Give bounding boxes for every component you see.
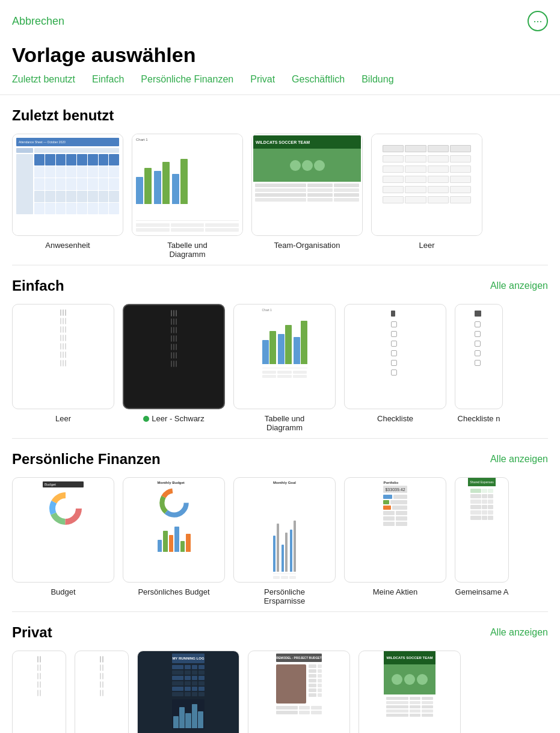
template-privat-empty-2[interactable] [75,651,129,733]
recent-templates-row: Attendance Sheet — October 2020 [12,134,548,259]
template-attendance[interactable]: Attendance Sheet — October 2020 [12,134,123,259]
privat-show-all-button[interactable]: Alle anzeigen [490,627,548,638]
template-leer-schwarz-label-container: Leer - Schwarz [143,414,204,423]
template-wildcats-soccer-privat[interactable]: WILDCATS SOCCER TEAM [358,651,461,733]
template-personal-savings[interactable]: Monthly Goal [233,477,336,605]
template-leer-recent[interactable]: Leer [371,134,482,259]
svg-point-4 [58,501,73,516]
template-leer-schwarz[interactable]: Leer - Schwarz [123,304,225,432]
template-leer-schwarz-label: Leer - Schwarz [152,414,204,423]
template-budget-label: Budget [51,587,75,596]
more-options-button[interactable]: ··· [528,11,548,31]
section-recent-header: Zuletzt benutzt [12,107,548,124]
template-my-stocks[interactable]: Portfolio $33039.42 [344,477,446,605]
top-bar: Abbrechen ··· [0,0,560,37]
tab-simple[interactable]: Einfach [92,74,124,86]
template-remodel-budget[interactable]: REMODEL - PROJECT BUDGET [248,651,350,733]
privat-templates-row: MY RUNNING LOG [12,651,548,733]
template-budget[interactable]: Budget [12,477,114,605]
template-leer-simple-label: Leer [55,414,71,423]
template-shared-expenses-label: Gemeinsame A [455,587,509,596]
cancel-button[interactable]: Abbrechen [12,15,64,28]
template-leer-recent-label: Leer [419,241,434,250]
section-finance-title: Persönliche Finanzen [12,451,161,468]
section-simple: Einfach Alle anzeigen Leer [0,265,560,438]
template-barchart-simple-label: Tabelle und Diagramm [245,414,324,432]
more-icon: ··· [533,15,542,28]
section-privat: Privat Alle anzeigen [0,612,560,733]
finance-templates-row: Budget [12,477,548,605]
navigation-tabs: Zuletzt benutzt Einfach Persönliche Fina… [0,74,560,95]
svg-point-8 [167,496,181,510]
tab-recent[interactable]: Zuletzt benutzt [12,74,75,86]
template-privat-empty-1[interactable] [12,651,66,733]
template-checklist[interactable]: Checkliste [344,304,446,432]
template-my-stocks-label: Meine Aktien [373,587,417,596]
template-monthly-budget-label: Persönliches Budget [138,587,209,596]
template-running-log[interactable]: MY RUNNING LOG [137,651,239,733]
template-team-org-label: Team-Organisation [274,241,340,250]
green-dot-indicator [143,416,149,422]
simple-templates-row: Leer Leer - Schwarz [12,304,548,432]
page-title: Vorlage auswählen [0,37,560,74]
section-privat-header: Privat Alle anzeigen [12,624,548,641]
section-recent-title: Zuletzt benutzt [12,107,114,124]
section-simple-header: Einfach Alle anzeigen [12,277,548,294]
section-recent: Zuletzt benutzt Attendance Sheet — Octob… [0,95,560,265]
template-checklist-partial-label: Checkliste n [458,414,500,423]
template-personal-savings-label: PersönlicheErsparnisse [264,587,306,605]
template-barchart-simple[interactable]: Chart 1 [233,304,336,432]
template-shared-expenses[interactable]: Shared Expenses [455,477,509,605]
section-finance-header: Persönliche Finanzen Alle anzeigen [12,451,548,468]
template-checklist-partial[interactable]: Checkliste n [455,304,503,432]
template-monthly-budget[interactable]: Monthly Budget [123,477,225,605]
tab-private[interactable]: Privat [250,74,275,86]
template-bar-chart-recent-label: Tabelle und Diagramm [149,241,227,259]
section-simple-title: Einfach [12,277,64,294]
template-team-org[interactable]: WILDCATS SOCCER TEAM [251,134,363,259]
section-privat-title: Privat [12,624,52,641]
finance-show-all-button[interactable]: Alle anzeigen [490,454,548,465]
template-bar-chart-recent[interactable]: Chart 1 [132,134,243,259]
template-checklist-label: Checkliste [377,414,413,423]
template-leer-simple[interactable]: Leer [12,304,114,432]
tab-business[interactable]: Geschäftlich [292,74,345,86]
simple-show-all-button[interactable]: Alle anzeigen [490,280,548,291]
tab-education[interactable]: Bildung [362,74,393,86]
template-attendance-label: Anwesenheit [45,241,90,250]
section-finance: Persönliche Finanzen Alle anzeigen Budge… [0,439,560,611]
tab-personal-finance[interactable]: Persönliche Finanzen [141,74,233,86]
